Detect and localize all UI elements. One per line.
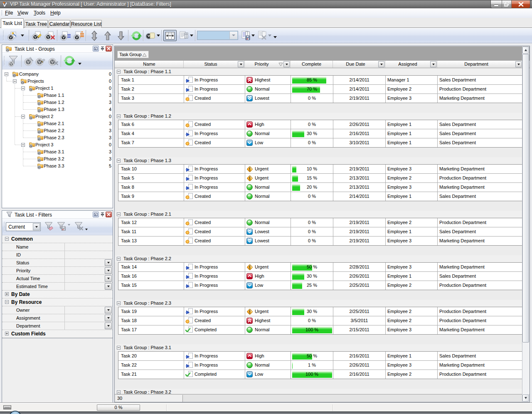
task-row[interactable]: Task 20In ProgressHigh50 %2/16/2011Emplo… [118, 352, 522, 361]
task-row[interactable]: Task 22In ProgressNormal1 %2/26/2011Empl… [118, 361, 522, 370]
filters-panel-close-button[interactable] [106, 212, 112, 217]
refresh-button[interactable] [130, 30, 143, 41]
tab-task-tree[interactable]: Task Tree [25, 20, 48, 28]
edit-task-button[interactable] [31, 30, 43, 41]
close-button[interactable] [512, 0, 530, 8]
task-row[interactable]: Task 3CreatedLowest0 %2/19/2011Employee … [118, 94, 522, 103]
tree-node-phase-2-3[interactable]: Phase 2.33 [2, 134, 113, 141]
filter-dropdown-button[interactable] [105, 267, 112, 274]
group-row-header[interactable]: Task Group : Phase 1.1 [115, 68, 530, 75]
tab-resource-list[interactable]: Resource List [71, 20, 102, 28]
toolbar-filter-combobox[interactable] [197, 31, 238, 40]
delete-task-button[interactable] [44, 30, 56, 41]
dropdown-arrow-icon[interactable] [251, 34, 255, 37]
clear-filter-button[interactable] [44, 221, 54, 232]
filter-row-owner[interactable]: Owner [2, 306, 113, 314]
task-row[interactable]: Task 21CompletedLow100 %2/16/2011Employe… [118, 370, 522, 379]
tree-node-project-1[interactable]: Project 10 [2, 85, 113, 92]
group-row-header[interactable]: Task Group : Phase 1.3 [115, 157, 530, 164]
scrollbar-thumb[interactable] [522, 54, 529, 343]
task-row[interactable]: Task 14In ProgressUrgent50 %2/28/2011Emp… [118, 263, 522, 272]
column-header-assigned[interactable]: Assigned [385, 61, 437, 68]
filter-dropdown-button[interactable] [105, 259, 112, 266]
filter-section-expander-icon[interactable] [5, 332, 9, 335]
column-header-department[interactable]: Department [437, 61, 522, 68]
add-group-button[interactable] [24, 56, 34, 67]
group-by-chip[interactable]: Task Group [117, 51, 149, 58]
tab-task-list[interactable]: Task List [1, 18, 24, 28]
task-row[interactable]: Task 9CreatedNormal0 %2/14/2011Employee … [118, 192, 522, 201]
group-expander-icon[interactable] [117, 301, 121, 305]
group-expander-icon[interactable] [117, 159, 121, 163]
tree-node-phase-3-1[interactable]: Phase 3.13 [2, 148, 113, 155]
filters-panel-restore-button[interactable] [93, 212, 99, 217]
groups-panel-pin-button[interactable] [99, 46, 106, 52]
tree-expander-icon[interactable] [13, 79, 17, 83]
scroll-down-button[interactable] [522, 394, 529, 402]
group-row-header[interactable]: Task Group : Phase 2.2 [115, 255, 530, 262]
save-filter-button[interactable] [56, 221, 67, 232]
task-row[interactable]: Task 6CreatedHigh0 %2/26/2011Employee 1S… [118, 120, 522, 129]
menu-item-view[interactable]: View [15, 10, 31, 17]
filter-dropdown-button[interactable] [105, 323, 112, 329]
task-row[interactable]: Task 15In ProgressLow25 %2/25/2011Employ… [118, 281, 522, 290]
add-task-button[interactable] [6, 30, 19, 41]
filter-section-expander-icon[interactable] [5, 292, 9, 296]
group-expander-icon[interactable] [117, 257, 121, 261]
filter-row-name[interactable]: Name [2, 243, 113, 251]
dropdown-arrow-icon[interactable] [68, 224, 70, 226]
tree-node-company[interactable]: Company0 [2, 71, 113, 78]
filter-row-assignment[interactable]: Assignment [2, 314, 113, 322]
refresh-groups-button[interactable] [63, 55, 76, 67]
task-row[interactable]: Task 16In ProgressHigh30 %2/26/2011Emplo… [118, 272, 522, 281]
column-header-complete[interactable]: Complete [291, 61, 333, 68]
group-row-header[interactable]: Task Group : Phase 2.1 [115, 211, 530, 218]
dropdown-arrow-icon[interactable] [21, 34, 24, 37]
column-filter-button[interactable] [238, 61, 244, 67]
task-row[interactable]: Task 1In ProgressHighest85 %2/14/2011Man… [118, 76, 522, 85]
move-down-button[interactable] [115, 30, 127, 41]
customize-columns-button[interactable] [178, 30, 190, 41]
dropdown-arrow-icon[interactable] [85, 229, 88, 230]
task-row[interactable]: Task 13CreatedLowest0 %2/19/2011Employee… [118, 237, 522, 246]
toolbar-combo-dropdown-button[interactable] [229, 32, 237, 39]
group-row-header[interactable]: Task Group : Phase 1.2 [115, 113, 530, 120]
filter-dropdown-button[interactable] [105, 315, 112, 321]
menu-item-help[interactable]: Help [47, 10, 64, 17]
column-filter-button[interactable] [283, 61, 290, 67]
tree-node-project-3[interactable]: Project 30 [2, 141, 113, 148]
restore-button[interactable] [502, 0, 512, 8]
task-history-button[interactable] [72, 30, 85, 41]
filter-dropdown-button[interactable] [105, 275, 112, 282]
column-header-priority[interactable]: Priority [245, 61, 291, 68]
delete-group-button[interactable] [48, 56, 59, 67]
groups-panel-close-button[interactable] [106, 46, 112, 52]
group-expander-icon[interactable] [117, 346, 121, 350]
tree-node-phase-1-3[interactable]: Phase 1.34 [2, 106, 113, 113]
task-row[interactable]: Task 12CreatedNormal0 %2/19/2011Employee… [118, 218, 522, 227]
reset-layout-button[interactable] [256, 30, 268, 41]
move-up-button[interactable] [101, 30, 114, 41]
filter-row-status[interactable]: Status [2, 259, 113, 267]
task-row[interactable]: Task 7CreatedLow0 %3/10/2011Employee 1Sa… [118, 138, 522, 148]
column-header-status[interactable]: Status [184, 61, 245, 68]
start-orb-icon[interactable] [9, 410, 22, 414]
filter-preset-dropdown-button[interactable] [33, 223, 40, 230]
task-details-button[interactable] [59, 30, 71, 41]
group-expander-icon[interactable] [117, 390, 121, 394]
group-expander-icon[interactable] [117, 212, 121, 216]
task-row[interactable]: Task 2In ProgressNormal70 %2/14/2011Empl… [118, 85, 522, 94]
dropdown-arrow-icon[interactable] [268, 34, 271, 37]
group-row-header[interactable]: Task Group : Phase 3.2 [115, 389, 530, 394]
filter-row-priority[interactable]: Priority [2, 267, 113, 275]
tree-node-projects[interactable]: Projects0 [2, 78, 113, 85]
task-row[interactable]: Task 4In ProgressNormal30 %2/16/2011Empl… [118, 129, 522, 138]
tree-expander-icon[interactable] [21, 86, 25, 90]
task-row[interactable]: Task 11CreatedLowest0 %2/19/2011Employee… [118, 227, 522, 237]
edit-group-button[interactable] [35, 56, 46, 67]
tree-node-phase-3-3[interactable]: Phase 3.35 [2, 163, 113, 170]
column-filter-button[interactable] [430, 61, 436, 67]
groups-panel-restore-button[interactable] [93, 46, 99, 52]
dropdown-arrow-icon[interactable] [273, 36, 277, 38]
tree-node-phase-1-2[interactable]: Phase 1.23 [2, 99, 113, 106]
